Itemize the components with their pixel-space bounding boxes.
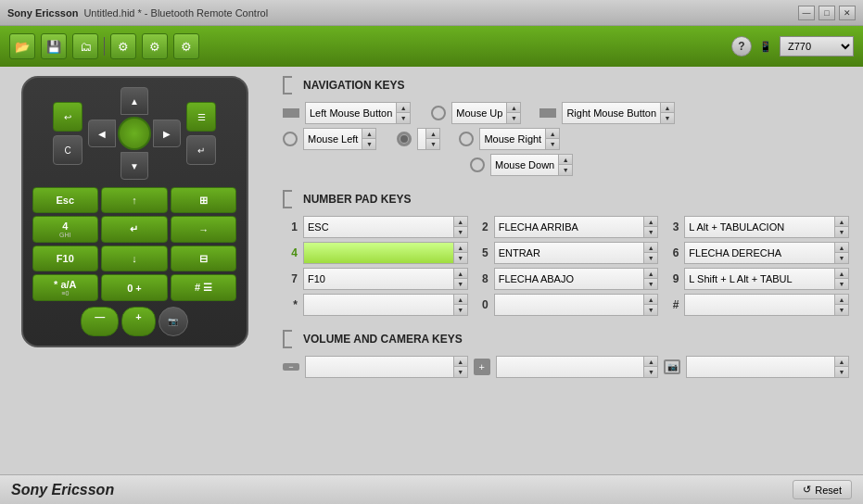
mouse-down-field[interactable]: Mouse Down bbox=[491, 155, 558, 175]
vol-minus-spinner[interactable]: ▲ ▼ bbox=[453, 357, 467, 377]
mouse-right-field[interactable]: Mouse Right bbox=[480, 129, 545, 149]
mouse-up-spinner[interactable]: ▲ ▼ bbox=[506, 103, 520, 123]
spinner-up[interactable]: ▲ bbox=[661, 103, 674, 113]
spinner-up[interactable]: ▲ bbox=[507, 103, 520, 113]
win-key[interactable]: ⊞ bbox=[171, 187, 237, 213]
settings3-icon[interactable]: ⚙ bbox=[173, 33, 199, 59]
numpad-7-spinner[interactable]: ▲ ▼ bbox=[453, 269, 467, 289]
numpad-8-spinner[interactable]: ▲ ▼ bbox=[643, 269, 657, 289]
numpad-7-field[interactable]: F10 bbox=[304, 269, 453, 289]
numpad-4-spinner[interactable]: ▲ ▼ bbox=[453, 243, 467, 263]
camera-button[interactable]: 📷 bbox=[159, 307, 188, 336]
numpad-5-spinner[interactable]: ▲ ▼ bbox=[643, 243, 657, 263]
camera-spinner[interactable]: ▲ ▼ bbox=[834, 357, 848, 377]
nav-row-1: Left Mouse Button ▲ ▼ Mouse Up ▲ ▼ bbox=[283, 102, 849, 124]
close-button[interactable]: ✕ bbox=[839, 6, 856, 20]
dpad-left[interactable]: ◀ bbox=[88, 120, 116, 147]
spinner-down[interactable]: ▼ bbox=[661, 113, 674, 123]
minimize-button[interactable]: — bbox=[798, 6, 815, 20]
hash-key[interactable]: # ☰ bbox=[171, 274, 237, 301]
dpad-up[interactable]: ▲ bbox=[121, 87, 148, 115]
numpad-9-spinner[interactable]: ▲ ▼ bbox=[834, 269, 848, 289]
spinner-up[interactable]: ▲ bbox=[546, 129, 559, 139]
back-button[interactable]: ↩ bbox=[53, 102, 82, 132]
numpad-1-field[interactable]: ESC bbox=[304, 217, 453, 237]
c-button[interactable]: C bbox=[53, 135, 82, 165]
mouse-down-spinner[interactable]: ▲ ▼ bbox=[558, 155, 572, 175]
numpad-bracket bbox=[283, 190, 292, 208]
vol-minus-input[interactable] bbox=[306, 357, 453, 377]
f10-key[interactable]: F10 bbox=[32, 246, 99, 271]
down-key[interactable]: ↓ bbox=[101, 246, 168, 271]
settings2-icon[interactable]: ⚙ bbox=[142, 33, 168, 59]
zero-key[interactable]: 0 + bbox=[101, 274, 168, 301]
maximize-button[interactable]: □ bbox=[819, 6, 835, 20]
mouse-left-spinner[interactable]: ▲ ▼ bbox=[362, 129, 375, 149]
saveas-icon[interactable]: 🗂 bbox=[72, 33, 98, 59]
vol-plus-button[interactable]: + bbox=[121, 307, 155, 336]
spinner-down[interactable]: ▼ bbox=[546, 139, 559, 149]
spinner-down[interactable]: ▼ bbox=[397, 113, 410, 123]
up-key[interactable]: ↑ bbox=[101, 187, 168, 213]
spinner-up[interactable]: ▲ bbox=[559, 155, 572, 165]
dpad-right[interactable]: ▶ bbox=[153, 120, 181, 147]
right-mouse-button-field[interactable]: Right Mouse Button bbox=[563, 103, 660, 123]
mouse-left-field[interactable]: Mouse Left bbox=[304, 129, 362, 149]
numpad-hash-spinner[interactable]: ▲ ▼ bbox=[834, 295, 848, 315]
reset-button[interactable]: ↺ Reset bbox=[793, 480, 852, 499]
vol-plus-combo: ▲ ▼ bbox=[496, 356, 659, 378]
numpad-4-field[interactable] bbox=[304, 243, 453, 263]
numpad-3-spinner[interactable]: ▲ ▼ bbox=[834, 217, 848, 237]
mouse-right-spinner[interactable]: ▲ ▼ bbox=[545, 129, 559, 149]
save-icon[interactable]: 💾 bbox=[41, 33, 67, 59]
vol-plus-input[interactable] bbox=[497, 357, 644, 377]
spinner-down[interactable]: ▼ bbox=[559, 165, 572, 175]
navigation-keys-title: NAVIGATION KEYS bbox=[303, 79, 405, 92]
right-key[interactable]: → bbox=[171, 216, 237, 243]
numpad-9-field[interactable]: L Shift + L Alt + TABUL bbox=[685, 269, 834, 289]
numpad-3-field[interactable]: L Alt + TABULACION bbox=[685, 217, 834, 237]
device-select[interactable]: Z770 bbox=[780, 36, 854, 57]
spinner-down[interactable]: ▼ bbox=[426, 139, 439, 149]
left-mouse-button-field[interactable]: Left Mouse Button bbox=[306, 103, 396, 123]
right-mouse-button-spinner[interactable]: ▲ ▼ bbox=[660, 103, 674, 123]
numpad-8-field[interactable]: FLECHA ABAJO bbox=[495, 269, 644, 289]
enter-key[interactable]: ↵ bbox=[101, 216, 168, 243]
vol-minus-button[interactable]: — bbox=[81, 307, 119, 336]
numpad-star-field[interactable] bbox=[304, 295, 453, 315]
dpad-center[interactable] bbox=[118, 117, 151, 150]
dpad-area: ↩ C ▲ ▼ ◀ ▶ ☰ ↵ bbox=[32, 87, 237, 180]
numpad-hash-field[interactable] bbox=[685, 295, 834, 315]
settings1-icon[interactable]: ⚙ bbox=[110, 33, 136, 59]
numpad-0-field[interactable] bbox=[495, 295, 644, 315]
open-icon[interactable]: 📂 bbox=[9, 33, 35, 59]
numpad-0-spinner[interactable]: ▲ ▼ bbox=[643, 295, 657, 315]
help-button[interactable]: ? bbox=[731, 36, 752, 57]
numpad-1-spinner[interactable]: ▲ ▼ bbox=[453, 217, 467, 237]
menu-button[interactable]: ☰ bbox=[186, 102, 216, 132]
spinner-up[interactable]: ▲ bbox=[397, 103, 410, 113]
back2-button[interactable]: ↵ bbox=[186, 135, 216, 165]
numpad-6-field[interactable]: FLECHA DERECHA bbox=[685, 243, 834, 263]
spinner-up[interactable]: ▲ bbox=[426, 129, 439, 139]
spinner-down[interactable]: ▼ bbox=[507, 113, 520, 123]
vol-plus-spinner[interactable]: ▲ ▼ bbox=[643, 357, 657, 377]
numpad-2-spinner[interactable]: ▲ ▼ bbox=[643, 217, 657, 237]
numpad-2-field[interactable]: FLECHA ARRIBA bbox=[495, 217, 644, 237]
spinner-up[interactable]: ▲ bbox=[362, 129, 375, 139]
numpad-5-field[interactable]: ENTRAR bbox=[495, 243, 644, 263]
camera-input[interactable] bbox=[687, 357, 834, 377]
middle-field[interactable] bbox=[418, 129, 425, 149]
left-mouse-button-spinner[interactable]: ▲ ▼ bbox=[396, 103, 410, 123]
spinner-down[interactable]: ▼ bbox=[362, 139, 375, 149]
mouse-down-combo: Mouse Down ▲ ▼ bbox=[490, 154, 573, 176]
numpad-6-spinner[interactable]: ▲ ▼ bbox=[834, 243, 848, 263]
dpad-down[interactable]: ▼ bbox=[121, 152, 148, 180]
mouse-up-field[interactable]: Mouse Up bbox=[452, 103, 506, 123]
numpad-star-spinner[interactable]: ▲ ▼ bbox=[453, 295, 467, 315]
esc-key[interactable]: Esc bbox=[32, 187, 99, 213]
star-key[interactable]: * a/A≡0 bbox=[32, 274, 99, 301]
screen-key[interactable]: ⊟ bbox=[171, 246, 237, 271]
middle-spinner[interactable]: ▲ ▼ bbox=[425, 129, 439, 149]
4ghi-key[interactable]: 4GHI bbox=[32, 216, 99, 243]
